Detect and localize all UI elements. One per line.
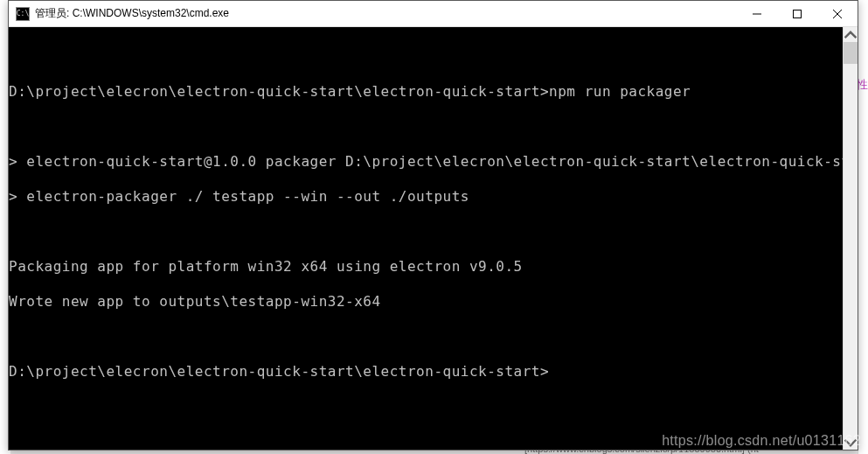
background-right-edge <box>858 0 868 454</box>
maximize-button[interactable] <box>777 1 817 26</box>
terminal-line <box>9 328 843 346</box>
scroll-up-button[interactable] <box>844 27 858 42</box>
cmd-window: C:\ 管理员: C:\WINDOWS\system32\cmd.exe D:\… <box>8 0 858 451</box>
terminal-line <box>9 48 843 66</box>
close-icon <box>833 10 842 18</box>
svg-rect-1 <box>794 10 802 17</box>
titlebar[interactable]: C:\ 管理员: C:\WINDOWS\system32\cmd.exe <box>9 1 858 27</box>
terminal-output[interactable]: D:\project\elecron\electron-quick-start\… <box>9 27 843 450</box>
cmd-icon: C:\ <box>16 7 30 21</box>
terminal-line: D:\project\elecron\electron-quick-start\… <box>9 83 843 101</box>
maximize-icon <box>793 10 802 18</box>
terminal-line <box>9 223 843 241</box>
window-controls <box>737 1 858 26</box>
minimize-icon <box>753 10 761 18</box>
terminal-line: D:\project\elecron\electron-quick-start\… <box>9 363 843 381</box>
minimize-button[interactable] <box>737 1 777 26</box>
scroll-thumb[interactable] <box>844 42 858 64</box>
terminal-line: Wrote new app to outputs\testapp-win32-x… <box>9 293 843 311</box>
terminal-line: Packaging app for platform win32 x64 usi… <box>9 258 843 276</box>
scroll-down-button[interactable] <box>844 435 858 450</box>
terminal-area: D:\project\elecron\electron-quick-start\… <box>9 27 858 450</box>
window-title: 管理员: C:\WINDOWS\system32\cmd.exe <box>35 6 737 21</box>
close-button[interactable] <box>817 1 858 26</box>
chevron-down-icon <box>844 436 858 450</box>
terminal-line: > electron-quick-start@1.0.0 packager D:… <box>9 153 843 171</box>
terminal-line: > electron-packager ./ testapp --win --o… <box>9 188 843 206</box>
scroll-track[interactable] <box>844 42 858 435</box>
vertical-scrollbar[interactable] <box>843 27 858 450</box>
terminal-line <box>9 118 843 136</box>
chevron-up-icon <box>844 28 858 42</box>
